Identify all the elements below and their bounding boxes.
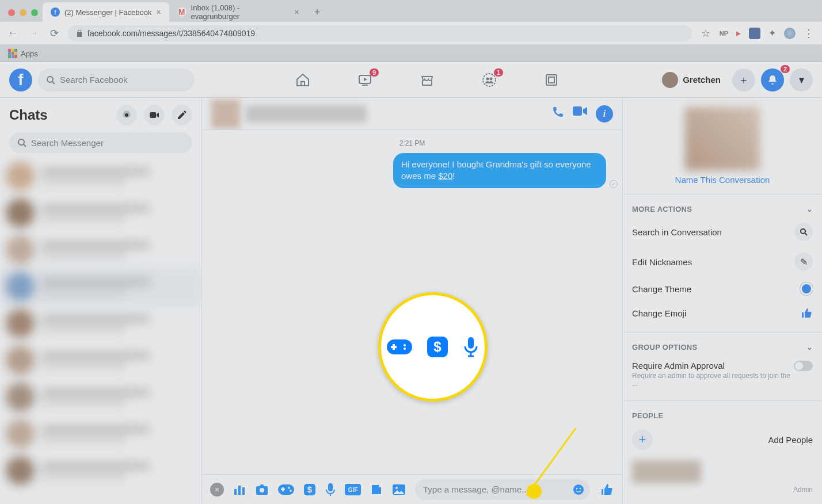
marketplace-tab-icon[interactable]: [419, 72, 435, 88]
conversation-title[interactable]: [246, 105, 367, 123]
poll-icon[interactable]: [233, 483, 246, 496]
plus-icon: +: [632, 429, 653, 450]
extensions-menu-icon[interactable]: ✦: [768, 28, 776, 39]
games-icon[interactable]: [278, 484, 294, 495]
close-window-icon[interactable]: [8, 9, 15, 16]
reload-icon[interactable]: ⟳: [47, 27, 61, 40]
message-amount[interactable]: $20: [438, 171, 452, 181]
tab-title: (2) Messenger | Facebook: [64, 8, 152, 17]
gaming-tab-icon[interactable]: [543, 72, 560, 88]
svg-text:GIF: GIF: [348, 487, 358, 493]
new-tab-button[interactable]: +: [307, 6, 328, 22]
require-admin-row[interactable]: Require Admin Approval Require an admin …: [632, 355, 813, 394]
facebook-top-nav: f Search Facebook 9 1 Gretchen ＋: [0, 62, 822, 98]
like-icon[interactable]: [599, 482, 614, 497]
gmail-favicon-icon: M: [177, 7, 187, 17]
svg-point-5: [486, 77, 489, 80]
group-options-header[interactable]: GROUP OPTIONS ⌄: [632, 339, 813, 355]
profile-avatar-icon[interactable]: [784, 28, 796, 39]
home-tab-icon[interactable]: [295, 72, 311, 88]
browser-tab-messenger[interactable]: f (2) Messenger | Facebook ×: [43, 2, 169, 22]
extension-icon[interactable]: [749, 28, 760, 39]
search-placeholder: Search Facebook: [60, 75, 128, 85]
extension-icon[interactable]: NP: [720, 30, 728, 37]
apps-label[interactable]: Apps: [21, 49, 38, 58]
stickers-icon[interactable]: [370, 483, 383, 496]
svg-text:$: $: [307, 484, 313, 494]
facebook-logo-icon[interactable]: f: [9, 68, 32, 91]
admin-label: Admin: [632, 486, 813, 494]
star-icon[interactable]: ☆: [699, 27, 713, 40]
name-conversation-link[interactable]: Name This Conversation: [632, 175, 813, 185]
conversation-avatar[interactable]: [211, 100, 240, 128]
svg-rect-7: [546, 75, 557, 85]
image-icon[interactable]: [392, 484, 406, 495]
change-theme-row[interactable]: Change Theme: [632, 277, 813, 301]
search-messenger-input[interactable]: Search Messenger: [9, 132, 192, 153]
address-bar[interactable]: facebook.com/messages/t/3385640474809019: [68, 25, 692, 41]
svg-point-11: [18, 139, 24, 145]
more-actions-header[interactable]: MORE ACTIONS ⌄: [632, 201, 813, 217]
facebook-search-input[interactable]: Search Facebook: [38, 68, 195, 91]
svg-rect-25: [328, 483, 333, 491]
payment-icon[interactable]: $: [303, 483, 316, 496]
extension-icon[interactable]: ▸: [736, 28, 741, 39]
groups-tab-icon[interactable]: 1: [481, 72, 497, 88]
url-text: facebook.com/messages/t/3385640474809019: [87, 29, 255, 38]
video-call-icon[interactable]: [144, 105, 165, 125]
compose-icon[interactable]: [172, 105, 192, 125]
voice-call-icon[interactable]: [551, 105, 565, 123]
settings-icon[interactable]: [116, 105, 137, 125]
chat-list[interactable]: [0, 158, 201, 504]
svg-point-17: [260, 488, 264, 492]
search-in-conversation-row[interactable]: Search in Conversation: [632, 217, 813, 247]
kebab-menu-icon[interactable]: ⋮: [804, 27, 814, 40]
camera-icon[interactable]: [255, 483, 269, 496]
notifications-button[interactable]: 2: [761, 68, 784, 91]
gif-icon[interactable]: GIF: [345, 484, 361, 495]
message-text-prefix: Hi everyone! I bought Grandma's gift so …: [401, 159, 591, 181]
close-tab-icon[interactable]: ×: [295, 7, 299, 17]
create-button[interactable]: ＋: [732, 68, 755, 91]
browser-nav-bar: ← → ⟳ facebook.com/messages/t/3385640474…: [0, 22, 822, 45]
forward-icon[interactable]: →: [26, 27, 40, 39]
extension-icons: NP ▸ ✦ ⋮: [720, 27, 816, 40]
svg-rect-15: [238, 486, 241, 495]
message-timestamp: 2:21 PM: [202, 130, 622, 147]
edit-nicknames-row[interactable]: Edit Nicknames ✎: [632, 247, 813, 277]
add-people-row[interactable]: + Add People: [632, 423, 813, 456]
cancel-icon[interactable]: ×: [210, 483, 224, 497]
svg-point-30: [573, 484, 584, 495]
video-call-icon[interactable]: [573, 105, 588, 123]
conversation-body[interactable]: 2:21 PM Hi everyone! I bought Grandma's …: [202, 130, 622, 474]
main-content: Chats Search Messenger: [0, 98, 822, 504]
message-input[interactable]: Type a message, @name...: [415, 479, 590, 500]
conversation-info-icon[interactable]: i: [596, 105, 613, 123]
people-list-item[interactable]: [632, 460, 701, 483]
back-icon[interactable]: ←: [6, 27, 20, 39]
apps-icon[interactable]: [8, 49, 17, 58]
svg-rect-8: [549, 77, 554, 83]
toggle-switch[interactable]: [794, 361, 813, 371]
search-icon: [46, 75, 55, 85]
microphone-icon[interactable]: [325, 483, 336, 497]
window-controls[interactable]: [6, 9, 43, 22]
emoji-picker-icon[interactable]: [573, 484, 584, 495]
message-row: Hi everyone! I bought Grandma's gift so …: [202, 147, 622, 194]
people-header[interactable]: PEOPLE: [632, 408, 813, 423]
svg-rect-18: [278, 484, 294, 495]
close-tab-icon[interactable]: ×: [157, 7, 161, 17]
profile-button[interactable]: Gretchen: [660, 70, 726, 90]
browser-tab-gmail[interactable]: M Inbox (1,008) - evagrunburger ×: [169, 2, 307, 22]
message-bubble[interactable]: Hi everyone! I bought Grandma's gift so …: [393, 153, 606, 188]
search-icon: [17, 138, 26, 147]
search-placeholder: Search Messenger: [31, 138, 104, 148]
facebook-favicon-icon: f: [51, 7, 60, 17]
conversation-header: i: [202, 98, 622, 130]
account-menu-button[interactable]: ▾: [790, 68, 813, 91]
watch-tab-icon[interactable]: 9: [357, 72, 373, 88]
maximize-window-icon[interactable]: [31, 9, 38, 16]
svg-point-6: [490, 77, 493, 80]
change-emoji-row[interactable]: Change Emoji: [632, 301, 813, 325]
minimize-window-icon[interactable]: [20, 9, 26, 16]
